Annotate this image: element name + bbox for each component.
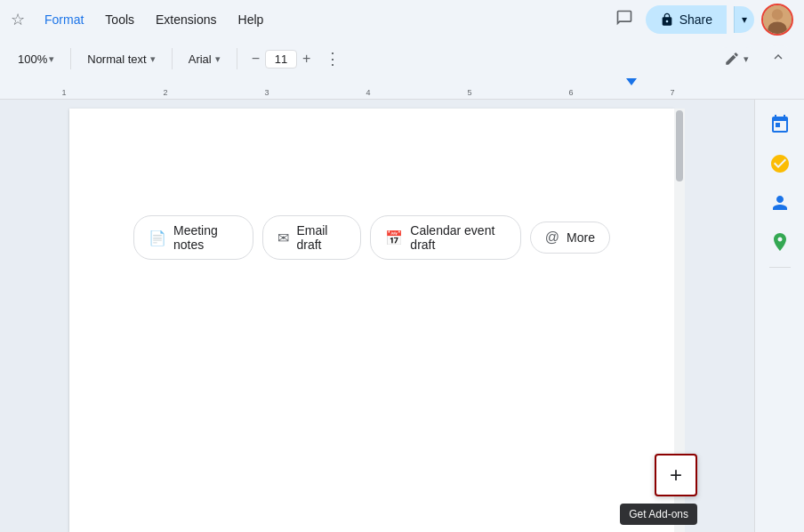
font-value: Arial	[189, 52, 212, 66]
chip-label-0: Meeting notes	[173, 223, 238, 252]
more-options-button[interactable]: ⋮	[319, 45, 346, 72]
ruler-mark-7: 7	[670, 88, 674, 97]
chip-icon-3: @	[545, 230, 559, 246]
chip-2[interactable]: 📅Calendar event draft	[370, 215, 520, 260]
font-size-increase[interactable]: +	[297, 47, 316, 70]
sidebar-people-button[interactable]	[762, 185, 798, 221]
menu-bar: ☆ Format Tools Extensions Help Share ▾	[0, 0, 804, 39]
right-sidebar	[754, 100, 804, 532]
ruler-mark-1: 1	[61, 88, 66, 97]
star-icon[interactable]: ☆	[11, 10, 25, 29]
chip-3[interactable]: @More	[530, 222, 610, 254]
font-select[interactable]: Arial ▾	[181, 49, 228, 69]
chip-label-2: Calendar event draft	[410, 223, 505, 252]
sidebar-tasks-button[interactable]	[762, 146, 798, 181]
zoom-value: 100%	[18, 52, 47, 66]
dropdown-arrow-icon: ▾	[742, 13, 747, 26]
comment-button[interactable]	[610, 4, 639, 36]
scrollbar-thumb[interactable]	[676, 110, 683, 181]
menu-extensions[interactable]: Extensions	[147, 7, 225, 32]
pencil-dropdown-arrow: ▾	[744, 53, 749, 65]
sidebar-calendar-button[interactable]	[762, 107, 798, 142]
pencil-group[interactable]: ▾	[715, 47, 758, 70]
chip-icon-0: 📄	[149, 230, 166, 246]
avatar[interactable]	[761, 4, 793, 36]
style-value: Normal text	[87, 52, 146, 66]
chip-icon-2: 📅	[385, 230, 403, 246]
ruler-mark-3: 3	[264, 88, 269, 97]
svg-point-1	[772, 9, 783, 20]
document-page[interactable]: 📄Meeting notes✉Email draft📅Calendar even…	[69, 109, 674, 532]
get-addons-button[interactable]: +	[655, 454, 697, 496]
share-dropdown-button[interactable]: ▾	[734, 6, 754, 33]
chip-label-1: Email draft	[296, 223, 346, 252]
font-size-decrease[interactable]: −	[246, 47, 265, 70]
content-area: 📄Meeting notes✉Email draft📅Calendar even…	[0, 100, 804, 532]
toolbar-divider-1	[70, 48, 71, 69]
sidebar-maps-button[interactable]	[762, 224, 798, 260]
smart-chips-row: 📄Meeting notes✉Email draft📅Calendar even…	[133, 215, 610, 260]
document-area[interactable]: 📄Meeting notes✉Email draft📅Calendar even…	[0, 100, 754, 532]
toolbar-divider-3	[237, 48, 237, 69]
ruler-mark-6: 6	[568, 88, 573, 97]
pencil-icon	[724, 51, 740, 67]
style-arrow-icon: ▾	[150, 53, 156, 65]
zoom-arrow-icon: ▾	[49, 53, 54, 65]
plus-icon: +	[670, 463, 682, 488]
font-size-input[interactable]	[265, 50, 297, 69]
menu-help[interactable]: Help	[229, 7, 273, 32]
ruler-mark-5: 5	[467, 88, 471, 97]
addons-tooltip: Get Add-ons	[620, 504, 697, 525]
menu-tools[interactable]: Tools	[96, 7, 143, 32]
menu-format[interactable]: Format	[36, 7, 92, 32]
chip-1[interactable]: ✉Email draft	[262, 215, 361, 260]
ruler-mark-2: 2	[163, 88, 167, 97]
toolbar: 100% ▾ Normal text ▾ Arial ▾ − + ⋮ ▾	[0, 39, 804, 78]
ruler-mark-4: 4	[366, 88, 370, 97]
chip-label-3: More	[567, 230, 595, 245]
zoom-select[interactable]: 100% ▾	[11, 49, 61, 69]
chip-icon-1: ✉	[277, 230, 289, 246]
sidebar-divider	[769, 267, 791, 268]
toolbar-divider-2	[172, 48, 173, 69]
ruler: 1 2 3 4 5 6 7	[0, 78, 804, 100]
font-size-group: − +	[246, 47, 317, 70]
style-select[interactable]: Normal text ▾	[80, 49, 162, 69]
font-arrow-icon: ▾	[215, 53, 221, 65]
share-button[interactable]: Share	[646, 5, 727, 34]
addons-area: + Get Add-ons	[655, 454, 697, 496]
share-label: Share	[679, 12, 712, 27]
header-right: Share ▾	[610, 4, 793, 36]
collapse-toolbar-button[interactable]	[763, 45, 793, 72]
chip-0[interactable]: 📄Meeting notes	[133, 215, 253, 260]
ruler-tab-indicator	[626, 78, 637, 85]
